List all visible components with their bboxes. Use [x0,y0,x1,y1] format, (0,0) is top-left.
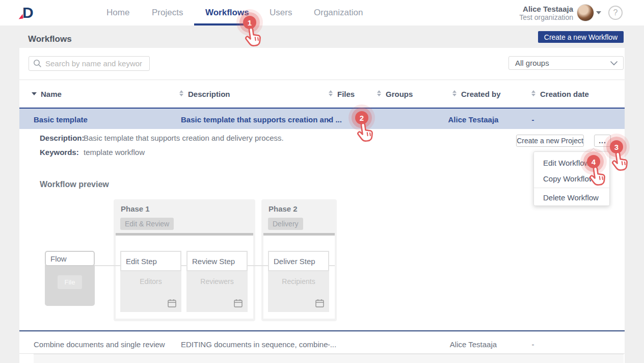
step-edit-body: Editors [120,271,181,312]
step-review[interactable]: Review Step Reviewers [186,251,248,312]
user-info[interactable]: Alice Testaaja Test organization [499,5,573,21]
toolbar-divider [19,80,625,80]
chevron-down-icon [610,61,618,66]
step-review-title: Review Step [186,251,248,271]
groups-filter-select[interactable]: All groups [508,56,624,70]
row-created-by: Alice Testaaja [433,340,514,349]
sort-name-icon[interactable] [32,92,37,95]
flow-node-label: Flow [50,254,67,263]
more-actions-button[interactable]: ... [594,135,611,147]
menu-item-delete-workflow[interactable]: Delete Workflow [534,190,609,205]
active-tab-underline [194,23,245,25]
user-name: Alice Testaaja [499,5,573,13]
sort-description-icon[interactable] [179,90,183,96]
workflow-preview-title: Workflow preview [40,180,109,189]
nav-item-users[interactable]: Users [270,8,292,18]
column-header-description[interactable]: Description [188,90,230,98]
column-header-files[interactable]: Files [337,90,355,98]
logo-letter: D [22,4,34,21]
calendar-icon [233,298,243,308]
app-logo[interactable]: D [22,4,34,21]
next-row-strip [34,354,624,363]
row-creation-date: - [528,340,538,349]
row-description: Basic template that supports creation an… [181,115,342,124]
nav-item-projects[interactable]: Projects [152,8,183,18]
table-row-selected[interactable]: Basic template Basic template that suppo… [19,108,625,129]
nav-item-organization[interactable]: Organization [314,8,363,18]
row-files: - [328,115,330,124]
connector-edit-review [181,265,186,266]
flow-node[interactable]: Flow [45,251,95,266]
step-edit[interactable]: Edit Step Editors [120,251,181,312]
calendar-icon [167,298,177,308]
create-project-button[interactable]: Create a new Project [516,135,584,147]
user-organization: Test organization [499,13,573,21]
nav-item-home[interactable]: Home [106,8,129,18]
file-chip[interactable]: File [58,275,82,289]
sort-files-icon[interactable] [329,90,333,96]
page-title: Workflows [28,34,72,44]
file-chip-label: File [65,278,75,286]
keywords-value: template workflow [84,148,145,157]
connector-review-deliver [248,265,268,266]
column-header-created-by[interactable]: Created by [461,90,501,98]
step-deliver-role: Recipients [268,271,329,286]
hand-cursor-icon [352,121,377,148]
phase-2-label: Phase 2 [269,204,298,213]
step-edit-title: Edit Step [120,251,181,271]
user-menu-caret-icon[interactable] [596,11,601,14]
step-deliver-title: Deliver Step [268,251,329,271]
description-label: Description: [40,134,85,142]
sort-groups-icon[interactable] [377,90,381,96]
help-button[interactable]: ? [608,6,623,20]
row-files: - [328,340,330,349]
phase-2-tag: Delivery [268,218,303,230]
step-review-body: Reviewers [186,271,248,312]
logo-accent-icon [18,14,23,19]
row-name: Basic template [34,115,88,124]
row-description: EDITING documents in sequence, combine .… [181,340,336,349]
top-nav: D Home Projects Workflows Users Organiza… [0,0,644,25]
step-deliver[interactable]: Deliver Step Recipients [268,251,329,312]
hand-cursor-icon [240,25,264,53]
phase-1-tag: Edit & Review [120,218,174,230]
create-workflow-button[interactable]: Create a new Workflow [538,31,624,43]
hand-cursor-icon [584,165,609,192]
connector-flow-edit [95,265,120,266]
search-box[interactable] [29,56,150,71]
step-edit-role: Editors [120,271,181,286]
row-creation-date: - [528,115,538,124]
table-row[interactable]: Combine documents and single review EDIT… [19,330,625,354]
hand-cursor-icon [607,150,631,177]
sort-created-by-icon[interactable] [452,90,457,96]
step-deliver-body: Recipients [268,271,329,312]
column-header-creation-date[interactable]: Creation date [540,90,589,98]
avatar[interactable] [577,4,594,21]
column-header-name[interactable]: Name [41,90,62,98]
nav-item-workflows[interactable]: Workflows [205,8,249,18]
phase-1-label: Phase 1 [121,204,150,213]
sort-creation-date-icon[interactable] [531,90,535,96]
column-header-groups[interactable]: Groups [386,90,413,98]
connector-deliver-end [329,265,335,266]
search-icon [33,59,42,68]
keywords-label: Keywords: [40,148,79,157]
step-review-role: Reviewers [186,271,248,286]
groups-filter-value: All groups [515,59,549,67]
search-input[interactable] [45,59,142,68]
help-icon: ? [613,8,618,17]
description-value: Basic template that supports creation an… [84,134,284,142]
row-name: Combine documents and single review [34,340,165,349]
calendar-icon [315,298,325,308]
row-created-by: Alice Testaaja [433,115,514,124]
